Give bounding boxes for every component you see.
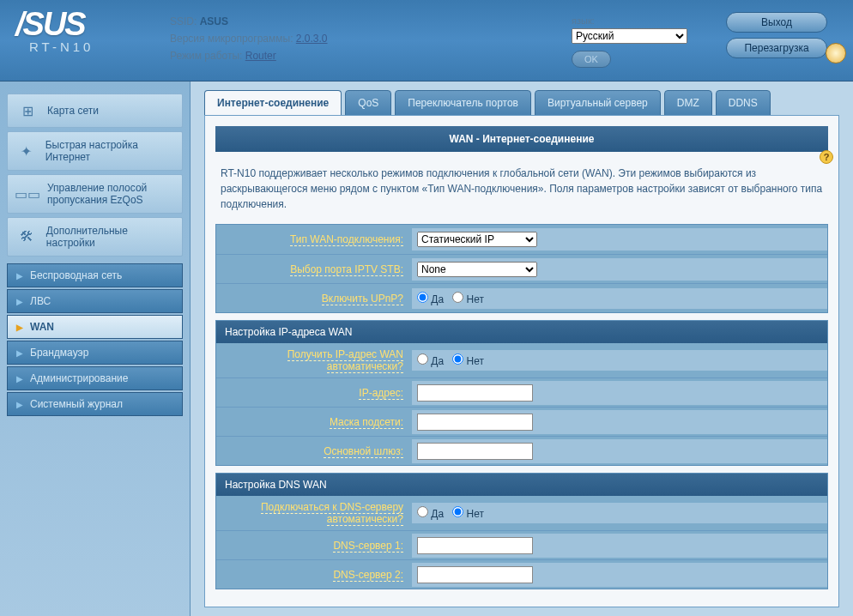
sidebar-sub-item[interactable]: ▶Администрирование [7, 366, 183, 390]
radio-no[interactable]: Нет [452, 355, 484, 367]
form-control [412, 563, 827, 587]
radio-yes[interactable]: Да [417, 508, 444, 520]
ip-section-title: Настройка IP-адреса WAN [216, 321, 827, 343]
form-row: Выбор порта IPTV STB:None [216, 254, 827, 283]
arrow-icon: ▶ [16, 271, 23, 281]
ssid-value: ASUS [200, 15, 228, 27]
sidebar-sub-label: WAN [30, 321, 54, 333]
radio-yes[interactable]: Да [417, 293, 444, 305]
tab[interactable]: Виртуальный сервер [535, 90, 661, 116]
sidebar-sub-label: Брандмауэр [30, 347, 88, 359]
form-label: Включить UPnP? [216, 287, 412, 310]
text-input[interactable] [417, 566, 533, 583]
form-control [412, 534, 827, 558]
text-input[interactable] [417, 443, 533, 460]
form-row: Тип WAN-подключения:Статический IP [216, 225, 827, 254]
model-label: RT-N10 [29, 39, 170, 54]
form-label: Основной шлюз: [216, 440, 412, 462]
form-control [412, 410, 827, 434]
tab[interactable]: Интернет-соединение [204, 90, 342, 116]
form-row: DNS-сервер 1: [216, 530, 827, 559]
sidebar-sub-item[interactable]: ▶Брандмауэр [7, 341, 183, 365]
text-input[interactable] [417, 414, 533, 431]
form-ip-section: Настройка IP-адреса WAN Получить IP-адре… [215, 320, 828, 466]
dns-section-title: Настройка DNS WAN [216, 474, 827, 496]
panel-title: WAN - Интернет-соединение [215, 126, 828, 152]
form-row: Подключаться к DNS-серверу автоматически… [216, 496, 827, 530]
form-row: Получить IP-адрес WAN автоматически? Да … [216, 343, 827, 377]
form-label: DNS-сервер 1: [216, 534, 412, 557]
text-input[interactable] [417, 537, 533, 554]
form-dns-section: Настройка DNS WAN Подключаться к DNS-сер… [215, 473, 828, 589]
sidebar-icon: ✦ [16, 142, 37, 160]
form-control [412, 439, 827, 463]
sidebar-main-label: Дополнительные настройки [46, 225, 173, 249]
tab[interactable]: DMZ [664, 90, 712, 116]
sidebar-sub-item[interactable]: ▶ЛВС [7, 289, 183, 313]
text-input[interactable] [417, 384, 533, 402]
sidebar-sub-item[interactable]: ▶Системный журнал [7, 392, 183, 416]
sidebar-sub-label: ЛВС [30, 295, 51, 307]
select-input[interactable]: Статический IP [417, 232, 537, 247]
header: /SUS RT-N10 SSID: ASUS Версия микропрогр… [0, 0, 853, 82]
sidebar-main-item[interactable]: ▭▭Управление полосой пропускания EzQoS [7, 174, 183, 214]
form-control: Да Нет [412, 503, 827, 523]
arrow-icon: ▶ [16, 374, 23, 383]
form-label: DNS-сервер 2: [216, 564, 412, 586]
mode-link[interactable]: Router [245, 50, 276, 62]
sidebar-icon: ⊞ [16, 101, 39, 120]
tab[interactable]: Переключатель портов [395, 90, 531, 116]
sidebar-main-item[interactable]: ⊞Карта сети [7, 94, 183, 128]
help-icon[interactable]: ? [820, 150, 833, 164]
radio-no[interactable]: Нет [452, 508, 484, 520]
arrow-icon: ▶ [16, 323, 23, 332]
radio-yes[interactable]: Да [417, 355, 444, 367]
lang-ok-button[interactable]: OK [572, 51, 611, 68]
tab[interactable]: DDNS [716, 90, 771, 116]
sidebar-main-item[interactable]: ✦Быстрая настройка Интернет [7, 131, 183, 171]
form-row: Основной шлюз: [216, 436, 827, 465]
form-control: Статический IP [412, 228, 827, 251]
logout-button[interactable]: Выход [726, 12, 827, 33]
tab[interactable]: QoS [345, 90, 391, 116]
mode-label: Режим работы: [170, 50, 242, 62]
form-control: Да Нет [412, 288, 827, 309]
tabs: Интернет-соединениеQoSПереключатель порт… [204, 90, 839, 116]
lang-select[interactable]: Русский [572, 28, 687, 44]
form-control: Да Нет [412, 350, 827, 371]
sidebar-sub-label: Администрирование [30, 372, 128, 384]
form-row: Включить UPnP? Да Нет [216, 283, 827, 312]
form-label: IP-адрес: [216, 382, 412, 404]
sidebar-main-label: Управление полосой пропускания EzQoS [47, 182, 173, 206]
form-control [412, 381, 827, 405]
content: Интернет-соединениеQoSПереключатель порт… [191, 82, 853, 616]
ssid-label: SSID: [170, 15, 197, 27]
reboot-button[interactable]: Перезагрузка [726, 38, 827, 58]
sidebar-main-label: Быстрая настройка Интернет [45, 139, 173, 163]
form-row: IP-адрес: [216, 377, 827, 407]
form-row: Маска подсети: [216, 407, 827, 436]
sidebar-main-label: Карта сети [47, 105, 99, 117]
sidebar-sub-label: Беспроводная сеть [30, 269, 122, 281]
header-buttons: Выход Перезагрузка [726, 7, 838, 63]
form-row: DNS-сервер 2: [216, 559, 827, 589]
sidebar-sub-label: Системный журнал [30, 398, 123, 410]
sidebar-icon: 🛠 [16, 227, 38, 246]
header-info: SSID: ASUS Версия микропрограммы: 2.0.3.… [170, 7, 572, 67]
fw-link[interactable]: 2.0.3.0 [296, 33, 328, 45]
avatar-icon [826, 43, 846, 63]
radio-no[interactable]: Нет [452, 293, 484, 305]
select-input[interactable]: None [417, 262, 537, 277]
lang-label: язык: [572, 15, 726, 26]
form-label: Получить IP-адрес WAN автоматически? [216, 343, 412, 377]
form-label: Выбор порта IPTV STB: [216, 258, 412, 281]
sidebar-sub-item[interactable]: ▶Беспроводная сеть [7, 263, 183, 287]
lang-block: язык: Русский OK [572, 7, 726, 68]
panel: WAN - Интернет-соединение ? RT-N10 подде… [204, 115, 839, 607]
form-label: Маска подсети: [216, 411, 412, 433]
arrow-icon: ▶ [16, 297, 23, 306]
sidebar-main-item[interactable]: 🛠Дополнительные настройки [7, 217, 183, 257]
sidebar-sub-item[interactable]: ▶WAN [7, 315, 183, 339]
form-control: None [412, 258, 827, 281]
panel-desc: RT-N10 поддерживает несколько режимов по… [215, 159, 828, 224]
